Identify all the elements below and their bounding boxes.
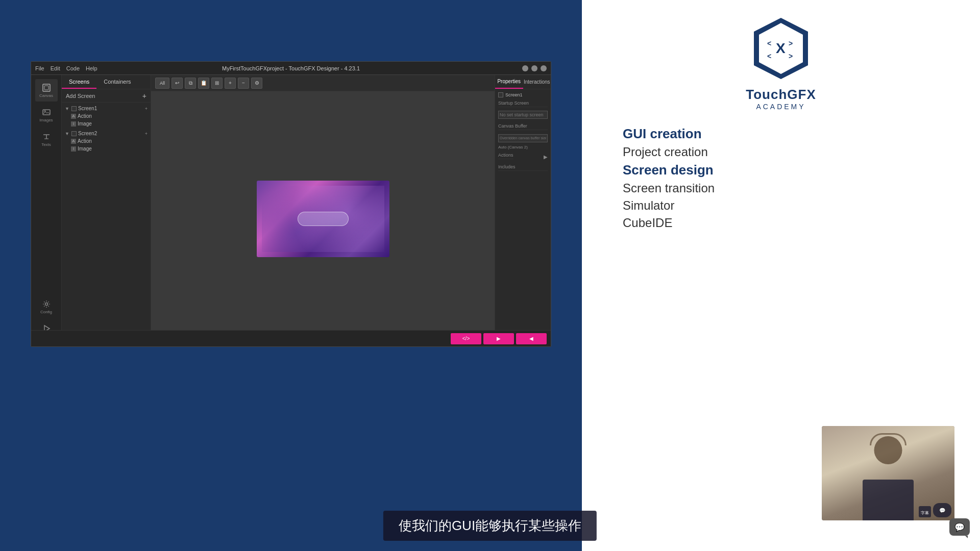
menu-help[interactable]: Help [86, 65, 97, 71]
startup-screen-input[interactable] [498, 111, 548, 119]
subtitle-bar: 使我们的GUI能够执行某些操作 [383, 511, 597, 541]
screen2-checkbox[interactable] [71, 131, 77, 136]
nav-item-project-creation[interactable]: Project creation [623, 145, 939, 159]
nav-item-cubeide[interactable]: CubeIDE [623, 216, 939, 230]
chat-icon-webcam[interactable]: 💬 [933, 503, 951, 517]
svg-rect-2 [43, 110, 50, 115]
menu-code[interactable]: Code [66, 65, 80, 71]
right-panel: < > X < > TouchGFX ACADEMY GUI creation … [582, 0, 980, 551]
canvas-buffer-input[interactable] [498, 134, 548, 142]
tree-item-screen2[interactable]: ▼ Screen2 + [62, 130, 151, 137]
code-button[interactable]: </> [451, 333, 481, 344]
svg-rect-1 [44, 86, 48, 90]
canvas-buffer-value: Auto (Canvas 2) [498, 145, 548, 149]
minimize-button[interactable] [522, 65, 528, 71]
logo-area: < > X < > TouchGFX ACADEMY [582, 0, 980, 111]
startup-section: Startup Screen [498, 101, 548, 120]
nav-item-screen-design[interactable]: Screen design [623, 162, 939, 178]
play-button[interactable]: ▶ [483, 333, 514, 344]
actions-section: Actions ▶ [498, 153, 548, 161]
screen1-checkbox[interactable] [71, 106, 77, 111]
toolbar-zoom-out[interactable]: − [238, 78, 249, 89]
tree-child-action1[interactable]: A Action [62, 112, 151, 120]
add-screen-button[interactable]: + [142, 92, 146, 100]
action2-label: Action [78, 138, 92, 144]
brand-academy: ACADEMY [756, 103, 805, 111]
tab-interactions[interactable]: Interactions [523, 75, 551, 89]
screen-prop-label: Screen1 [505, 92, 523, 97]
tree-child-image1[interactable]: I Image [62, 120, 151, 128]
prop-screen-row: Screen1 [498, 92, 548, 97]
canvas-buffer-title: Canvas Buffer [498, 123, 548, 130]
tab-screens[interactable]: Screens [62, 75, 96, 89]
actions-title: Actions [498, 153, 513, 159]
includes-title: Includes [498, 164, 548, 171]
tree-child-action2[interactable]: A Action [62, 137, 151, 145]
screen1-label: Screen1 [78, 106, 97, 111]
tree-child-image2[interactable]: I Image [62, 145, 151, 153]
window-menu: File Edit Code Help [35, 65, 97, 71]
window-title: MyFirstTouchGFXproject - TouchGFX Design… [222, 65, 360, 71]
pill-button [298, 212, 349, 226]
designer-window: File Edit Code Help MyFirstTouchGFXproje… [31, 61, 551, 347]
nav-list: GUI creation Project creation Screen des… [582, 111, 980, 245]
svg-text:<: < [767, 39, 771, 47]
actions-expand[interactable]: ▶ [544, 154, 548, 160]
panel-tabs: Screens Containers [62, 75, 151, 89]
toolbar-zoom-fit[interactable]: ⊞ [211, 78, 223, 89]
nav-item-gui-creation[interactable]: GUI creation [623, 126, 939, 142]
toolbar-settings[interactable]: ⚙ [251, 78, 262, 89]
canvas-area: All ↩ ⧉ 📋 ⊞ + − ⚙ ▶ ▼ ✕ ⊡ ● ←→ [151, 75, 495, 346]
sidebar-item-canvas[interactable]: Canvas [35, 79, 58, 102]
add-screen-label: Add Screen [66, 93, 95, 99]
canvas-content [151, 99, 495, 338]
toolbar-strip: All ↩ ⧉ 📋 ⊞ + − ⚙ [151, 75, 495, 91]
nav-item-simulator[interactable]: Simulator [623, 198, 939, 213]
svg-point-4 [45, 303, 47, 305]
image2-icon: I [71, 146, 76, 152]
tab-containers[interactable]: Containers [96, 75, 138, 89]
canvas-label: Canvas [39, 93, 53, 98]
brand-text: TouchGFX ACADEMY [746, 87, 816, 111]
subtitle-indicator: 字幕 [919, 506, 931, 517]
toolbar-zoom-in[interactable]: + [225, 78, 236, 89]
sidebar-item-texts[interactable]: Texts [35, 128, 58, 151]
svg-text:>: > [789, 52, 793, 60]
svg-text:>: > [789, 39, 793, 47]
chat-icon-area[interactable]: 💬 [949, 518, 970, 536]
screen-panel: Screens Containers Add Screen + ▼ Screen… [62, 75, 151, 346]
includes-section: Includes [498, 164, 548, 171]
window-controls [522, 65, 547, 71]
toolbar-all[interactable]: All [155, 78, 169, 89]
webcam-area: 💬 字幕 [822, 426, 954, 520]
toolbar-paste[interactable]: 📋 [198, 78, 209, 89]
nav-item-screen-transition[interactable]: Screen transition [623, 181, 939, 195]
menu-file[interactable]: File [35, 65, 44, 71]
brand-name: TouchGFX [746, 87, 816, 103]
close-button[interactable] [541, 65, 547, 71]
tree-item-screen1[interactable]: ▼ Screen1 + [62, 105, 151, 112]
canvas-buffer-section: Canvas Buffer Auto (Canvas 2) [498, 123, 548, 149]
sidebar-item-config[interactable]: Config [35, 295, 58, 318]
config-label: Config [40, 310, 52, 314]
properties-panel: Properties Interactions Screen1 Startup … [495, 75, 551, 346]
tab-properties[interactable]: Properties [495, 75, 523, 89]
logo-hex-outer: < > X < > [748, 15, 814, 82]
texts-label: Texts [41, 142, 51, 147]
image2-label: Image [78, 146, 92, 152]
screen-checkbox[interactable] [498, 92, 503, 97]
person-body [863, 480, 914, 520]
window-bottom-bar: </> ▶ ◀ [31, 330, 551, 346]
logo-badge: < > X < > [748, 15, 814, 82]
sidebar-item-images[interactable]: Images [35, 104, 58, 126]
screen-preview [257, 181, 389, 257]
action1-label: Action [78, 113, 92, 119]
stop-button[interactable]: ◀ [516, 333, 547, 344]
menu-edit[interactable]: Edit [51, 65, 60, 71]
maximize-button[interactable] [531, 65, 537, 71]
svg-text:X: X [776, 40, 786, 56]
toolbar-copy[interactable]: ⧉ [185, 78, 196, 89]
image1-label: Image [78, 121, 92, 127]
toolbar-undo[interactable]: ↩ [172, 78, 183, 89]
headphones [870, 433, 906, 445]
